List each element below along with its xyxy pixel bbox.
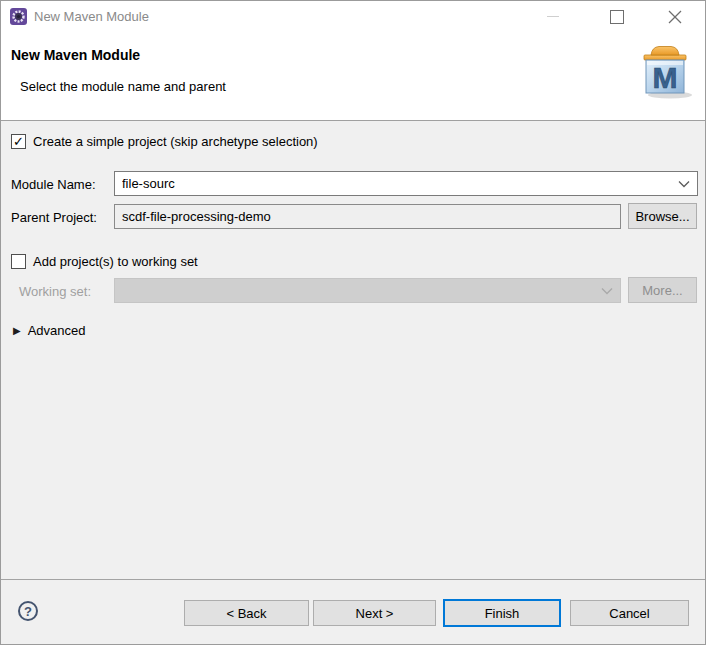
simple-project-checkbox-label[interactable]: Create a simple project (skip archetype …	[33, 134, 318, 149]
more-button: More...	[628, 277, 697, 303]
help-icon: ?	[24, 604, 32, 619]
back-button[interactable]: < Back	[184, 600, 309, 626]
window-title: New Maven Module	[34, 1, 149, 32]
svg-text:M: M	[653, 61, 678, 94]
eclipse-app-icon	[10, 8, 27, 25]
cancel-button[interactable]: Cancel	[570, 600, 689, 626]
new-maven-module-dialog: New Maven Module New Maven Module Select…	[0, 0, 706, 645]
help-button[interactable]: ?	[18, 601, 38, 621]
module-name-label: Module Name:	[11, 177, 96, 192]
working-set-combo	[114, 278, 621, 303]
page-subtitle: Select the module name and parent	[20, 79, 226, 94]
chevron-down-icon[interactable]	[677, 177, 691, 191]
working-set-label: Working set:	[19, 284, 91, 299]
working-set-checkbox-label[interactable]: Add project(s) to working set	[33, 254, 198, 269]
advanced-label: Advanced	[28, 323, 86, 338]
module-name-combo[interactable]	[114, 171, 698, 196]
module-name-input[interactable]	[115, 172, 671, 195]
maximize-icon	[610, 10, 624, 24]
simple-project-checkbox[interactable]: ✓	[11, 134, 26, 149]
maven-module-icon: M	[637, 43, 695, 99]
button-bar: ? < Back Next > Finish Cancel	[1, 579, 705, 644]
advanced-expander[interactable]: ▶ Advanced	[13, 323, 86, 338]
browse-button[interactable]: Browse...	[628, 203, 697, 229]
maximize-button[interactable]	[600, 1, 634, 32]
minimize-button[interactable]	[536, 1, 570, 32]
close-button[interactable]	[658, 1, 692, 32]
title-bar[interactable]: New Maven Module	[1, 1, 705, 32]
finish-button[interactable]: Finish	[443, 599, 561, 627]
close-icon	[668, 10, 682, 24]
minimize-icon	[547, 16, 559, 17]
parent-project-label: Parent Project:	[11, 210, 97, 225]
next-button[interactable]: Next >	[313, 600, 436, 626]
parent-project-field	[114, 204, 621, 229]
check-icon: ✓	[13, 135, 24, 148]
chevron-down-icon	[600, 284, 614, 298]
expander-arrow-icon: ▶	[13, 325, 21, 336]
wizard-body: ✓ Create a simple project (skip archetyp…	[1, 121, 705, 579]
page-title: New Maven Module	[11, 47, 140, 63]
working-set-checkbox[interactable]	[11, 254, 26, 269]
parent-project-input[interactable]	[115, 205, 620, 228]
wizard-header: New Maven Module Select the module name …	[1, 32, 705, 121]
